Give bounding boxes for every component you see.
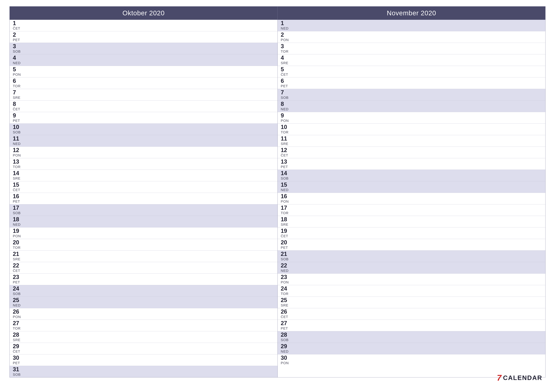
day-number: 26 — [281, 309, 292, 314]
day-row: 16PON — [278, 193, 546, 204]
day-info: 6TOR — [13, 78, 24, 88]
day-number: 31 — [13, 367, 24, 372]
day-row: 28SRE — [10, 331, 278, 343]
day-info: 27TOR — [13, 321, 24, 330]
day-row: 10TOR — [278, 124, 546, 135]
day-number: 1 — [13, 20, 24, 26]
day-number: 8 — [281, 101, 292, 107]
day-info: 31SOB — [13, 367, 24, 377]
day-number: 6 — [13, 78, 24, 84]
day-name: PET — [281, 84, 292, 88]
day-info: 8NED — [281, 101, 292, 111]
day-number: 12 — [13, 147, 24, 153]
day-number: 23 — [13, 274, 24, 280]
day-row: 21SOB — [278, 250, 546, 262]
day-number: 19 — [13, 228, 24, 234]
day-number: 30 — [281, 355, 292, 361]
day-name: ČET — [281, 315, 292, 319]
brand-logo: 7 CALENDAR — [497, 373, 542, 383]
day-name: PET — [281, 165, 292, 169]
day-number: 9 — [13, 113, 24, 118]
day-number: 10 — [13, 124, 24, 130]
day-name: TOR — [13, 326, 24, 330]
day-info: 6PET — [281, 78, 292, 88]
day-info: 2PON — [281, 32, 292, 42]
day-row: 31SOB — [10, 366, 278, 377]
day-number: 16 — [13, 193, 24, 199]
day-info: 20PET — [281, 240, 292, 250]
day-name: SRE — [281, 61, 292, 65]
day-number: 24 — [281, 286, 292, 292]
day-info: 29NED — [281, 343, 292, 354]
day-info: 12ČET — [281, 147, 292, 157]
day-info: 15NED — [281, 182, 292, 192]
month-header-november-2020: November 2020 — [278, 7, 546, 20]
day-name: SOB — [13, 373, 24, 377]
day-number: 22 — [281, 263, 292, 268]
day-row: 6PET — [278, 78, 546, 89]
day-number: 25 — [13, 297, 24, 303]
day-row: 4SRE — [278, 54, 546, 66]
day-row: 26PON — [10, 308, 278, 320]
day-info: 10SOB — [13, 124, 24, 134]
day-name: PON — [281, 119, 292, 123]
day-number: 28 — [13, 332, 24, 338]
day-row: 25SRE — [278, 297, 546, 308]
day-info: 25NED — [13, 297, 24, 307]
day-row: 13PET — [278, 158, 546, 170]
day-info: 17SOB — [13, 205, 24, 215]
day-number: 21 — [281, 251, 292, 257]
month-column-november-2020: November 20201NED2PON3TOR4SRE5ČET6PET7SO… — [278, 7, 546, 377]
day-name: NED — [13, 222, 24, 227]
day-info: 21SRE — [13, 251, 24, 261]
day-name: PET — [281, 246, 292, 250]
day-name: SOB — [13, 211, 24, 215]
day-row: 30PON — [278, 354, 546, 366]
day-row: 22NED — [278, 262, 546, 274]
day-name: PET — [13, 119, 24, 123]
day-name: PON — [13, 72, 24, 77]
day-row: 11SRE — [278, 135, 546, 147]
day-name: NED — [281, 349, 292, 354]
day-name: PON — [281, 200, 292, 204]
day-name: ČET — [13, 26, 24, 30]
day-name: SOB — [281, 96, 292, 100]
day-info: 30PET — [13, 355, 24, 365]
day-name: SRE — [13, 96, 24, 100]
day-row: 17SOB — [10, 204, 278, 216]
day-name: SOB — [13, 130, 24, 134]
day-number: 29 — [281, 343, 292, 349]
day-name: TOR — [281, 211, 292, 215]
day-row: 20TOR — [10, 239, 278, 250]
day-number: 15 — [281, 182, 292, 188]
day-row: 24SOB — [10, 285, 278, 297]
day-number: 19 — [281, 228, 292, 234]
day-name: NED — [281, 188, 292, 192]
day-row: 7SRE — [10, 89, 278, 100]
day-row: 27TOR — [10, 320, 278, 331]
day-info: 4NED — [13, 55, 24, 65]
day-row: 5PON — [10, 66, 278, 78]
day-row: 2PET — [10, 31, 278, 43]
day-info: 30PON — [281, 355, 292, 365]
day-row: 23PON — [278, 274, 546, 285]
day-name: TOR — [13, 84, 24, 88]
day-number: 25 — [281, 297, 292, 303]
day-name: PON — [281, 361, 292, 365]
day-info: 23PET — [13, 274, 24, 284]
day-name: NED — [13, 61, 24, 65]
day-name: TOR — [281, 50, 292, 54]
day-name: ČET — [13, 107, 24, 111]
day-name: SRE — [281, 303, 292, 307]
day-name: SOB — [281, 338, 292, 342]
day-row: 15ČET — [10, 181, 278, 193]
day-name: NED — [281, 269, 292, 273]
day-name: SOB — [281, 257, 292, 261]
day-info: 12PON — [13, 147, 24, 157]
day-info: 22NED — [281, 263, 292, 273]
day-row: 24TOR — [278, 285, 546, 297]
day-row: 15NED — [278, 181, 546, 193]
day-name: TOR — [281, 292, 292, 296]
day-name: SRE — [281, 222, 292, 227]
day-name: NED — [13, 303, 24, 307]
